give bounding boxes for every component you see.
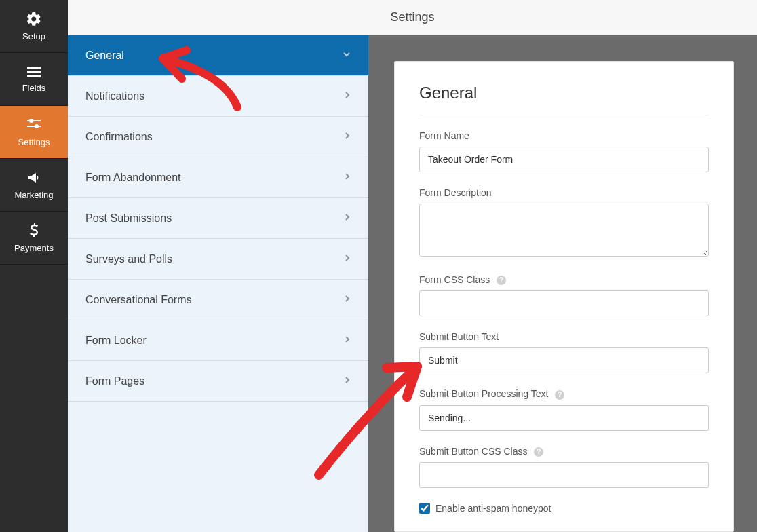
submenu-label: Form Abandonment [85,172,181,184]
submenu-label: Conversational Forms [85,294,192,306]
svg-rect-0 [27,66,41,69]
nav-label-payments: Payments [14,243,54,253]
label-submit-button-processing-text: Submit Button Processing Text ? [419,388,709,399]
nav-item-marketing[interactable]: Marketing [0,159,68,212]
submenu-label: Form Pages [85,375,144,387]
field-form-css-class: Form CSS Class ? [419,274,709,316]
field-form-name: Form Name [419,130,709,172]
content-area: General Form Name Form Description Form … [368,35,757,532]
nav-label-setup: Setup [22,31,45,41]
submenu-label: Confirmations [85,131,153,143]
nav-item-fields[interactable]: Fields [0,53,68,106]
label-submit-button-text: Submit Button Text [419,331,709,342]
input-submit-button-css-class[interactable] [419,462,709,488]
submenu-label: Notifications [85,90,144,102]
nav-item-settings[interactable]: Settings [0,106,68,159]
gear-icon [26,11,42,27]
label-submit-button-css-class: Submit Button CSS Class ? [419,446,709,457]
chevron-right-icon [344,91,351,101]
submenu-label: Surveys and Polls [85,253,172,265]
chevron-right-icon [344,294,351,305]
help-icon[interactable]: ? [534,447,543,457]
label-form-description: Form Description [419,187,709,198]
chevron-right-icon [344,254,351,264]
nav-item-setup[interactable]: Setup [0,0,68,53]
label-anti-spam: Enable anti-spam honeypot [435,503,551,514]
chevron-right-icon [344,335,351,345]
chevron-right-icon [344,132,351,142]
svg-rect-1 [27,71,41,73]
input-submit-button-text[interactable] [419,347,709,373]
checkbox-anti-spam[interactable] [419,503,430,514]
submenu-item-confirmations[interactable]: Confirmations [68,117,368,157]
nav-label-fields: Fields [22,83,46,93]
field-submit-button-processing-text: Submit Button Processing Text ? [419,388,709,430]
submenu-item-general[interactable]: General [68,35,368,76]
input-form-name[interactable] [419,147,709,172]
chevron-right-icon [344,172,351,183]
submenu-label: Post Submissions [85,212,172,225]
submenu-item-form-locker[interactable]: Form Locker [68,320,368,361]
submenu-item-notifications[interactable]: Notifications [68,76,368,117]
label-form-css-class: Form CSS Class ? [419,274,709,285]
submenu-label: General [85,50,124,62]
topbar-title: Settings [390,10,434,24]
submenu-item-surveys-polls[interactable]: Surveys and Polls [68,239,368,280]
submenu-item-conversational-forms[interactable]: Conversational Forms [68,280,368,320]
help-icon[interactable]: ? [497,276,506,285]
textarea-form-description[interactable] [419,204,709,256]
field-anti-spam-honeypot: Enable anti-spam honeypot [419,503,709,514]
panel-heading: General [419,83,709,115]
input-submit-button-processing-text[interactable] [419,405,709,431]
sliders-icon [26,117,42,133]
input-form-css-class[interactable] [419,290,709,316]
general-panel: General Form Name Form Description Form … [394,61,734,532]
dollar-icon [27,223,41,239]
field-form-description: Form Description [419,187,709,259]
submenu-label: Form Locker [85,335,147,347]
label-form-name: Form Name [419,130,709,141]
svg-rect-2 [27,75,41,77]
nav-label-settings: Settings [18,137,50,147]
submenu-item-form-abandonment[interactable]: Form Abandonment [68,157,368,198]
chevron-right-icon [344,376,351,386]
list-icon [26,65,42,79]
nav-label-marketing: Marketing [14,190,53,200]
chevron-right-icon [344,213,351,223]
submenu-item-form-pages[interactable]: Form Pages [68,361,368,402]
topbar: Settings [68,0,757,35]
settings-submenu: General Notifications Confirmations Form… [68,35,368,532]
nav-item-payments[interactable]: Payments [0,212,68,265]
submenu-item-post-submissions[interactable]: Post Submissions [68,198,368,239]
svg-point-6 [35,124,39,128]
chevron-down-icon [343,50,351,60]
svg-point-4 [29,119,33,123]
field-submit-button-text: Submit Button Text [419,331,709,373]
field-submit-button-css-class: Submit Button CSS Class ? [419,446,709,488]
left-nav: Setup Fields Settings Marketing Payments [0,0,68,532]
help-icon[interactable]: ? [555,390,564,400]
bullhorn-icon [26,170,42,186]
